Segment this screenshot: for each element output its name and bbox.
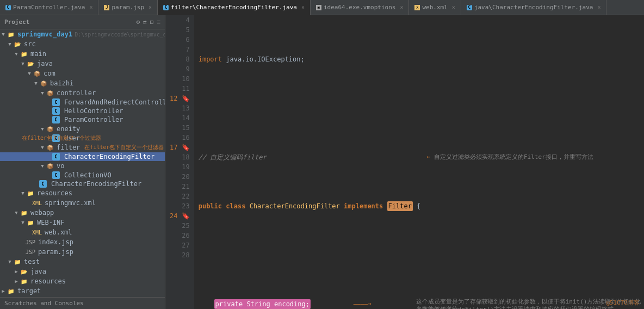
tree-item-char-filter2[interactable]: C CharacterEncodingFilter — [0, 180, 165, 188]
folder-icon: 📁 — [26, 218, 35, 227]
tree-item-target[interactable]: ▶ 📁 target — [0, 286, 165, 296]
collapse-icon[interactable]: ⊟ — [150, 18, 154, 26]
package-icon: 📦 — [33, 69, 41, 78]
close-icon[interactable]: × — [597, 4, 600, 10]
tree-item-baizhi[interactable]: ▼ 📦 baizhi — [0, 78, 165, 88]
tree-item-springmvc-day1[interactable]: ▼ 📁 springmvc_day1 D:\springmvccode\spri… — [0, 29, 165, 39]
tree-label: vo — [57, 162, 64, 170]
tree-label: test — [24, 258, 40, 265]
code-line-7: public class CharacterEncodingFilter imp… — [199, 201, 644, 211]
expand-icon: ▼ — [39, 90, 46, 96]
tree-label: index.jsp — [38, 238, 73, 246]
code-editor: 4 5 6 7 8 9 10 11 12 🔖 13 14 15 16 17 🔖 … — [165, 15, 644, 309]
sidebar-header: Project ⚙ ⇄ ⊟ ≡ — [0, 15, 165, 29]
tree-item-resources[interactable]: ▼ 📁 resources — [0, 188, 165, 198]
tree-item-forward-controller[interactable]: C ForwardAndRedirectController — [0, 98, 165, 107]
expand-icon: ▼ — [39, 145, 46, 150]
java-icon: C — [467, 5, 472, 10]
gear-icon[interactable]: ⚙ — [137, 18, 140, 26]
tree-item-filter[interactable]: ▼ 📦 filter 在filter包下自定义一个过滤器 — [0, 143, 165, 152]
tree-label: WEB-INF — [37, 219, 65, 226]
expand-icon: ▼ — [39, 163, 46, 169]
close-icon[interactable]: × — [148, 4, 152, 10]
tree-item-web-xml[interactable]: XML web.xml — [0, 227, 165, 237]
tree-label: controller — [57, 89, 96, 97]
tree-item-test-java[interactable]: ▶ 📂 java — [0, 267, 165, 276]
xml-icon: XML — [33, 199, 41, 207]
folder-icon: 📁 — [26, 189, 35, 197]
expand-icon: ▶ — [0, 288, 7, 294]
package-icon: 📦 — [46, 89, 54, 97]
expand-icon: ▼ — [0, 32, 7, 37]
tree-item-webapp[interactable]: ▼ 📁 webapp — [0, 208, 165, 218]
scratches-and-consoles[interactable]: Scratches and Consoles — [0, 297, 165, 309]
tree-label: src — [24, 40, 36, 48]
expand-icon: ▼ — [13, 51, 20, 57]
java-c-icon-selected: C — [52, 153, 60, 160]
java-c-icon: C — [52, 134, 60, 142]
settings-icon[interactable]: ≡ — [157, 18, 160, 26]
tree-item-param-controller[interactable]: C ParamController — [0, 115, 165, 124]
main-layout: Project ⚙ ⇄ ⊟ ≡ ▼ 📁 springmvc_day1 D:\sp… — [0, 15, 644, 309]
expand-icon: ▼ — [33, 81, 39, 86]
tree-item-collection-vo[interactable]: C CollectionVO — [0, 171, 165, 180]
tree-label: ForwardAndRedirectController — [64, 98, 165, 106]
sync-icon[interactable]: ⇄ — [143, 18, 147, 26]
tree-item-eneity[interactable]: ▼ 📦 eneity — [0, 124, 165, 134]
tab-label: filter\CharacterEncodingFilter.java — [171, 4, 297, 11]
close-icon[interactable]: × — [452, 4, 455, 10]
tree-item-test[interactable]: ▼ 📁 test — [0, 257, 165, 267]
tree-label: CharacterEncodingFilter — [64, 153, 154, 160]
close-icon[interactable]: × — [400, 4, 403, 10]
expand-icon: ▶ — [13, 279, 20, 284]
tree-item-controller[interactable]: ▼ 📦 controller — [0, 88, 165, 98]
tab-label: java\CharacterEncodingFilter.java — [474, 4, 593, 11]
tree-label: target — [17, 287, 41, 295]
package-icon: 📦 — [46, 143, 54, 152]
tab-param-controller[interactable]: C ParamController.java × — [0, 0, 98, 15]
tab-java-char-filter[interactable]: C java\CharacterEncodingFilter.java × — [461, 0, 607, 15]
tree-item-char-encoding-filter[interactable]: C CharacterEncodingFilter — [0, 152, 165, 161]
expand-icon: ▼ — [20, 61, 26, 66]
tab-web-xml[interactable]: X web.xml × — [409, 0, 461, 15]
folder-icon: 📁 — [13, 257, 22, 266]
tree-item-user[interactable]: C User — [0, 134, 165, 143]
tree-label: com — [44, 70, 55, 77]
close-icon[interactable]: × — [89, 4, 92, 10]
code-line-9: private String encoding; ————→ 这个成员变量是为了… — [199, 299, 644, 309]
tree-item-com[interactable]: ▼ 📦 com — [0, 69, 165, 78]
tree-item-java[interactable]: ▼ 📂 java — [0, 59, 165, 69]
jsp-icon: JSP — [26, 248, 35, 256]
close-icon[interactable]: × — [301, 4, 305, 10]
java-c-icon: C — [39, 180, 47, 188]
annotation-cn1: ← 自定义过滤类必须实现系统定义的Filter接口，并重写方法 — [427, 152, 593, 162]
tab-param-jsp[interactable]: J param.jsp × — [98, 0, 158, 15]
tree-item-hello-controller[interactable]: C HelloController — [0, 107, 165, 115]
expand-icon: ▼ — [20, 220, 26, 225]
java-c-icon: C — [52, 116, 60, 123]
tab-char-filter[interactable]: C filter\CharacterEncodingFilter.java × — [158, 0, 311, 15]
folder-icon: 📁 — [20, 277, 28, 286]
tree-item-main[interactable]: ▼ 📁 main — [0, 49, 165, 59]
tree-item-test-resources[interactable]: ▶ 📁 resources — [0, 276, 165, 286]
c-icon: C — [163, 5, 169, 10]
tree-label: java — [37, 60, 53, 67]
tree-item-springmvc-xml[interactable]: XML springmvc.xml — [0, 198, 165, 208]
folder-icon: 📁 — [20, 208, 28, 217]
tree-label: HelloController — [64, 107, 123, 115]
tree-item-param-jsp[interactable]: JSP param.jsp — [0, 247, 165, 257]
tab-idea-vmopt[interactable]: ▣ idea64.exe.vmoptions × — [311, 0, 409, 15]
code-lines: import java.io.IOException; // 自定义编码filt… — [194, 15, 644, 309]
sidebar-title: Project — [4, 18, 29, 26]
watermark: @51CTO博客 — [606, 299, 640, 307]
package-icon: 📦 — [39, 79, 48, 88]
tree-item-vo[interactable]: ▼ 📦 vo — [0, 161, 165, 171]
package-icon: 📦 — [46, 162, 54, 170]
tree-item-webinf[interactable]: ▼ 📁 WEB-INF — [0, 218, 165, 227]
code-content[interactable]: 4 5 6 7 8 9 10 11 12 🔖 13 14 15 16 17 🔖 … — [165, 15, 644, 309]
tree-label: web.xml — [45, 228, 72, 236]
eneity-annotation-container: C User 在filter包下自定义一个过滤器 — [0, 134, 165, 143]
jsp-icon: J — [104, 5, 109, 10]
tree-item-index-jsp[interactable]: JSP index.jsp — [0, 237, 165, 247]
tree-item-src[interactable]: ▼ 📂 src — [0, 39, 165, 49]
